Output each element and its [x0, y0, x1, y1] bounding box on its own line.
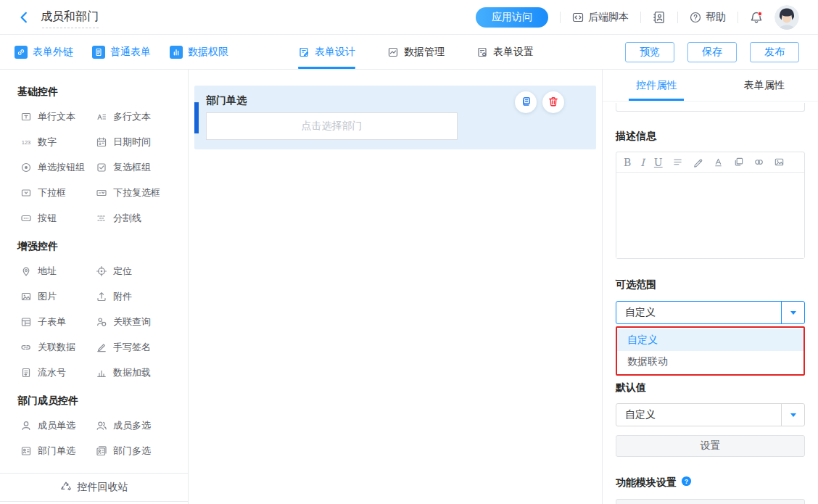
code-icon [572, 12, 584, 23]
sidebar-section: 基础控件单行文本多行文本123数字日期时间单选按钮组复选框组下拉框下拉复选框按钮… [0, 86, 188, 225]
controls-sidebar: 基础控件单行文本多行文本123数字日期时间单选按钮组复选框组下拉框下拉复选框按钮… [0, 70, 189, 504]
control-item-select[interactable]: 下拉框 [20, 186, 96, 199]
control-item-linked-query[interactable]: 关联查询 [96, 315, 182, 329]
sidebar-section-title: 增强控件 [17, 240, 188, 253]
select-caret-box [781, 404, 804, 426]
publish-button[interactable]: 发布 [750, 42, 799, 62]
linked-data-icon [20, 342, 32, 353]
control-item-radio[interactable]: 单选按钮组 [20, 161, 96, 174]
control-item-label: 关联查询 [113, 315, 151, 329]
control-item-subform[interactable]: 子表单 [20, 315, 96, 329]
tab-form-settings[interactable]: 表单设置 [476, 35, 534, 69]
tab-data-manage[interactable]: 数据管理 [387, 35, 445, 69]
control-recycle-bin[interactable]: 控件回收站 [0, 473, 188, 502]
link-icon[interactable] [753, 157, 764, 168]
default-value-label: 默认值 [616, 381, 805, 394]
control-item-member-single[interactable]: 成员单选 [20, 419, 96, 432]
sidebar-section-grid: 地址定位图片附件子表单关联查询关联数据手写签名流水号数据加载 [20, 265, 182, 379]
help-button[interactable]: 帮助 [690, 11, 726, 24]
textarea-icon [96, 111, 107, 123]
control-item-checkbox[interactable]: 复选框组 [96, 161, 182, 174]
preview-button[interactable]: 预览 [625, 42, 674, 62]
bold-icon[interactable]: B [624, 157, 631, 168]
form-canvas[interactable]: 部门单选 点击选择部门 [189, 70, 602, 504]
department-picker-input[interactable]: 点击选择部门 [206, 112, 458, 140]
control-item-member-multi[interactable]: 成员多选 [96, 419, 182, 432]
control-item-button[interactable]: 按钮 [20, 212, 96, 225]
control-item-dept-multi[interactable]: 部门多选 [96, 445, 182, 458]
toolbar-item-label: 普通表单 [110, 46, 151, 59]
toolbar-item-link[interactable]: 表单外链 [15, 46, 73, 59]
datetime-icon [96, 136, 107, 148]
question-circle-icon[interactable]: ? [681, 476, 692, 489]
control-item-data-load[interactable]: 数据加载 [96, 366, 182, 379]
module-api-settings-button[interactable]: 模块接口设置 [616, 499, 805, 504]
dept-single-icon [20, 445, 32, 457]
backend-script-button[interactable]: 后端脚本 [572, 11, 629, 24]
page-title[interactable]: 成员和部门 [41, 10, 99, 22]
underline-icon[interactable]: U [654, 157, 663, 168]
control-item-number[interactable]: 123数字 [20, 136, 96, 149]
align-icon[interactable] [672, 157, 683, 168]
back-button[interactable] [17, 11, 30, 24]
tab-form-design[interactable]: 表单设计 [298, 35, 355, 69]
toolbar-item-doc[interactable]: 普通表单 [92, 46, 151, 59]
tab-form-properties[interactable]: 表单属性 [711, 70, 818, 101]
toolbar-left-items: 表单外链普通表单数据权限 [15, 46, 228, 59]
contacts-button[interactable] [653, 11, 666, 24]
control-item-datetime[interactable]: 日期时间 [96, 136, 182, 149]
control-item-textarea[interactable]: 多行文本 [96, 110, 182, 123]
control-item-position[interactable]: 定位 [96, 265, 182, 278]
notification-button[interactable] [750, 11, 763, 24]
delete-field-button[interactable] [542, 91, 564, 113]
control-item-label: 下拉框 [38, 186, 66, 199]
copy-field-button[interactable] [515, 91, 537, 113]
save-button[interactable]: 保存 [687, 42, 737, 62]
italic-icon[interactable]: I [640, 157, 645, 168]
default-value-select[interactable]: 自定义 [616, 403, 805, 426]
control-item-label: 分割线 [113, 212, 141, 225]
button-icon [20, 212, 32, 224]
control-item-label: 单选按钮组 [38, 161, 85, 174]
control-item-label: 成员单选 [38, 419, 75, 432]
default-value-set-button[interactable]: 设置 [616, 435, 805, 457]
trash-icon [548, 96, 559, 110]
control-item-input-text[interactable]: 单行文本 [20, 110, 96, 123]
position-icon [96, 265, 107, 277]
serial-icon [20, 367, 32, 379]
control-item-label: 按钮 [38, 212, 57, 225]
control-item-image[interactable]: 图片 [20, 290, 96, 303]
selected-field-card[interactable]: 部门单选 点击选择部门 [194, 86, 596, 149]
image-icon[interactable] [774, 157, 785, 168]
control-item-attachment[interactable]: 附件 [96, 290, 182, 303]
sidebar-sections: 基础控件单行文本多行文本123数字日期时间单选按钮组复选框组下拉框下拉复选框按钮… [0, 86, 188, 458]
dropdown-option-1[interactable]: 自定义 [617, 329, 803, 351]
bars-icon [170, 46, 183, 59]
app-access-button[interactable]: 应用访问 [476, 7, 548, 28]
toolbar-item-bars[interactable]: 数据权限 [170, 46, 228, 59]
properties-panel-tabs: 控件属性表单属性 [603, 70, 818, 102]
control-item-label: 数字 [38, 136, 57, 149]
control-item-signature[interactable]: 手写签名 [96, 341, 182, 354]
dropdown-option-2[interactable]: 数据联动 [617, 351, 803, 373]
control-item-multiselect[interactable]: 下拉复选框 [96, 186, 182, 199]
pencil-icon[interactable] [693, 157, 703, 168]
richtext-content[interactable] [616, 173, 804, 258]
optional-range-select[interactable]: 自定义 [616, 301, 805, 324]
user-avatar[interactable] [774, 5, 799, 30]
richtext-toolbar: BIU [616, 152, 804, 173]
control-item-address[interactable]: 地址 [20, 265, 96, 278]
tab-control-properties[interactable]: 控件属性 [603, 70, 711, 101]
default-value: 自定义 [616, 408, 781, 421]
backend-script-label: 后端脚本 [588, 11, 629, 24]
font-color-icon[interactable] [713, 157, 724, 168]
sidebar-section-title: 基础控件 [17, 86, 188, 99]
divider [677, 12, 678, 23]
copy-icon[interactable] [733, 157, 744, 168]
control-item-dept-single[interactable]: 部门单选 [20, 445, 96, 458]
control-item-linked-data[interactable]: 关联数据 [20, 341, 96, 354]
control-item-serial[interactable]: 流水号 [20, 366, 96, 379]
clipped-field[interactable] [616, 103, 805, 112]
control-item-divider[interactable]: 分割线 [96, 212, 182, 225]
control-item-label: 图片 [38, 290, 57, 303]
